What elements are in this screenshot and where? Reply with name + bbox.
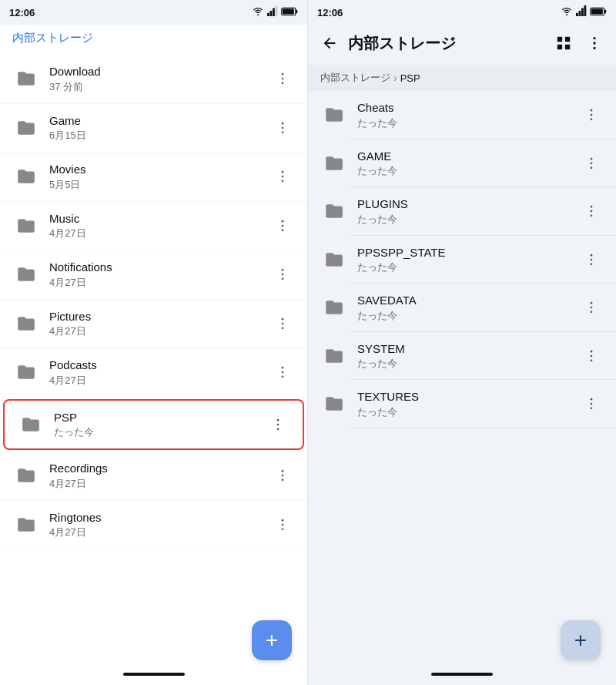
- battery-icon: [281, 5, 298, 19]
- file-date: 37 分前: [49, 80, 270, 94]
- svg-rect-6: [296, 10, 297, 14]
- svg-point-67: [591, 311, 593, 314]
- right-fab[interactable]: +: [561, 620, 601, 660]
- svg-point-52: [593, 47, 595, 49]
- list-item[interactable]: PPSSPP_STATE たった今: [308, 236, 616, 284]
- more-button[interactable]: [579, 151, 604, 176]
- more-button[interactable]: [579, 199, 604, 223]
- file-name: GAME: [357, 149, 579, 164]
- list-item[interactable]: Download 37 分前: [0, 55, 307, 104]
- more-button[interactable]: [270, 360, 295, 384]
- more-button[interactable]: [579, 102, 604, 127]
- folder-icon: [17, 411, 45, 438]
- left-fab[interactable]: +: [252, 620, 292, 660]
- folder-icon: [12, 462, 40, 489]
- list-item[interactable]: Game 6月15日: [0, 104, 307, 153]
- svg-point-59: [591, 206, 593, 208]
- svg-rect-44: [604, 10, 606, 14]
- folder-icon: [12, 260, 40, 288]
- list-item[interactable]: PSP たった今: [3, 399, 304, 451]
- more-button[interactable]: [270, 512, 295, 537]
- left-time: 12:06: [9, 7, 35, 18]
- svg-point-53: [591, 109, 593, 112]
- list-item[interactable]: PLUGINS たった今: [308, 187, 616, 236]
- list-item[interactable]: Cheats たった今: [308, 91, 616, 139]
- more-button[interactable]: [579, 247, 604, 272]
- back-button[interactable]: [317, 31, 342, 55]
- list-item[interactable]: SAVEDATA たった今: [308, 284, 616, 332]
- more-button[interactable]: [270, 66, 295, 91]
- svg-point-56: [591, 158, 593, 160]
- file-date: たった今: [54, 425, 266, 439]
- folder-icon: [320, 294, 348, 321]
- more-button[interactable]: [579, 295, 604, 320]
- list-item[interactable]: Pictures 4月27日: [0, 300, 307, 349]
- svg-rect-4: [276, 5, 278, 16]
- left-header: 内部ストレージ: [0, 25, 307, 55]
- file-name: Download: [49, 64, 270, 79]
- svg-point-60: [591, 210, 593, 213]
- file-date: たった今: [357, 116, 579, 130]
- list-item[interactable]: Music 4月27日: [0, 202, 307, 251]
- folder-icon: [320, 342, 348, 370]
- svg-rect-46: [557, 37, 562, 42]
- svg-point-30: [277, 423, 280, 425]
- list-item[interactable]: Notifications 4月27日: [0, 250, 307, 300]
- list-item[interactable]: Ringtones 4月27日: [0, 501, 307, 550]
- folder-icon: [12, 511, 40, 539]
- more-button[interactable]: [270, 116, 295, 140]
- svg-rect-47: [565, 37, 570, 42]
- right-file-list[interactable]: Cheats たった今 GAME たった今 PLUGINS たった今: [308, 91, 616, 685]
- more-button[interactable]: [579, 391, 604, 416]
- breadcrumb-current: PSP: [400, 72, 420, 84]
- more-options-button[interactable]: [582, 31, 607, 55]
- list-item[interactable]: GAME たった今: [308, 139, 616, 188]
- svg-point-27: [282, 371, 284, 374]
- svg-point-25: [282, 327, 284, 329]
- file-date: たった今: [357, 164, 579, 178]
- right-bottom-indicator: [431, 673, 493, 676]
- left-file-list[interactable]: Download 37 分前 Game 6月15日 Movies 5月5日: [0, 55, 307, 685]
- more-button[interactable]: [579, 344, 604, 368]
- more-button[interactable]: [270, 213, 295, 238]
- file-name: SAVEDATA: [357, 293, 579, 308]
- file-name: Movies: [49, 162, 270, 177]
- svg-point-13: [282, 131, 284, 133]
- file-date: 4月27日: [49, 276, 270, 290]
- right-panel: 12:06: [308, 0, 616, 685]
- folder-icon: [320, 149, 348, 177]
- svg-rect-45: [591, 8, 603, 14]
- left-panel: 12:06: [0, 0, 308, 685]
- file-date: たった今: [357, 260, 579, 274]
- more-button[interactable]: [270, 164, 295, 189]
- folder-icon: [12, 212, 40, 240]
- svg-point-28: [282, 376, 284, 378]
- right-status-bar: 12:06: [308, 0, 616, 25]
- list-item[interactable]: Movies 5月5日: [0, 153, 307, 202]
- svg-point-0: [257, 14, 259, 15]
- more-button[interactable]: [270, 463, 295, 488]
- svg-rect-2: [270, 11, 273, 16]
- svg-point-69: [591, 354, 593, 357]
- left-status-bar: 12:06: [0, 0, 307, 25]
- file-name: Pictures: [49, 309, 270, 324]
- svg-point-32: [282, 470, 284, 472]
- more-button[interactable]: [270, 311, 295, 336]
- breadcrumb-parent[interactable]: 内部ストレージ: [320, 71, 390, 85]
- svg-point-17: [282, 220, 284, 223]
- folder-icon: [320, 101, 348, 129]
- file-name: Notifications: [49, 260, 270, 275]
- svg-point-16: [282, 180, 284, 183]
- list-item[interactable]: SYSTEM たった今: [308, 332, 616, 381]
- grid-view-button[interactable]: [551, 31, 576, 55]
- more-button[interactable]: [270, 262, 295, 287]
- breadcrumb: 内部ストレージ › PSP: [308, 65, 616, 91]
- svg-point-20: [282, 269, 284, 271]
- more-button[interactable]: [266, 412, 290, 437]
- folder-icon: [320, 390, 348, 418]
- list-item[interactable]: TEXTURES たった今: [308, 380, 616, 428]
- list-item[interactable]: Recordings 4月27日: [0, 452, 307, 501]
- list-item[interactable]: Podcasts 4月27日: [0, 348, 307, 398]
- svg-rect-49: [565, 45, 570, 49]
- file-date: 4月27日: [49, 477, 270, 491]
